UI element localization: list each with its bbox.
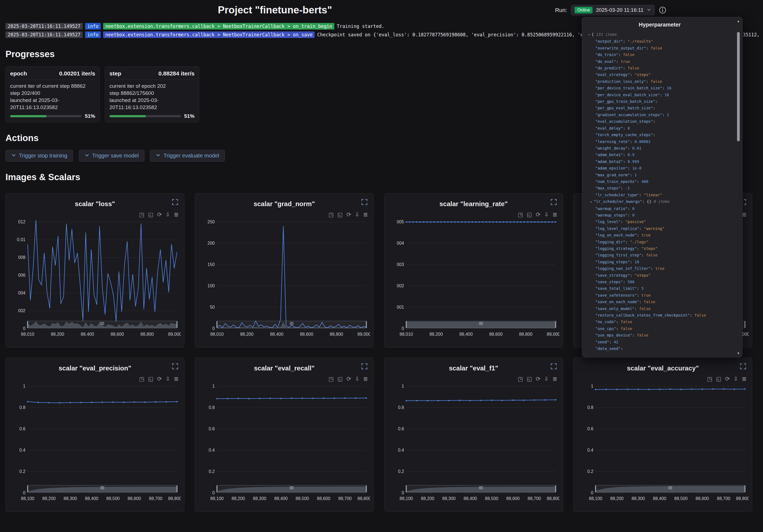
svg-text:002: 002	[397, 284, 404, 288]
data-view-icon[interactable]: ≣	[742, 212, 747, 217]
expand-icon[interactable]	[360, 362, 369, 371]
scrollbar[interactable]: ▲ ▼	[736, 19, 741, 355]
log-module-badge: neetbox.extension.transformers.callback …	[103, 23, 334, 30]
svg-text:200: 200	[207, 241, 215, 245]
area-zoom-icon[interactable]: ◳	[518, 212, 523, 217]
log-timestamp: 2025-03-20T11:16:11.149527	[5, 23, 83, 30]
log-module-badge: neetbox.extension.transformers.callback …	[103, 32, 315, 38]
area-zoom-icon[interactable]: ◳	[328, 376, 334, 382]
scroll-down-icon[interactable]: ▼	[736, 352, 741, 355]
datazoom-handle-left[interactable]	[27, 321, 28, 328]
expand-icon[interactable]	[549, 362, 558, 371]
svg-text:88,300: 88,300	[253, 496, 267, 501]
hp-entry: "eval_strategy": "steps"	[588, 71, 731, 78]
svg-text:88,300: 88,300	[442, 496, 456, 501]
expand-icon[interactable]	[360, 197, 369, 207]
scrollbar-thumb[interactable]	[737, 32, 740, 141]
chevron-down-icon	[11, 152, 16, 159]
restore-icon[interactable]: ⟳	[157, 376, 162, 382]
scroll-up-icon[interactable]: ▲	[736, 19, 741, 23]
zoom-reset-icon[interactable]: ◱	[716, 376, 721, 382]
expand-icon[interactable]	[170, 362, 180, 371]
trigger-save-model-button[interactable]: Trigger save model	[79, 150, 145, 162]
datazoom-handle-right[interactable]	[176, 321, 177, 328]
collapse-caret-icon[interactable]: ▾	[588, 33, 590, 37]
datazoom-handle-left[interactable]	[27, 485, 28, 492]
restore-icon[interactable]: ⟳	[536, 376, 541, 382]
info-icon[interactable]	[659, 6, 667, 14]
expand-icon[interactable]	[170, 197, 180, 207]
area-zoom-icon[interactable]: ◳	[139, 212, 145, 217]
expand-icon[interactable]	[738, 362, 748, 371]
data-view-icon[interactable]: ≣	[552, 212, 557, 217]
progress-detail: current iter of current step 88862	[10, 83, 95, 90]
svg-text:88,700: 88,700	[338, 496, 352, 501]
restore-icon[interactable]: ⟳	[346, 212, 351, 217]
svg-text:88,600: 88,600	[317, 496, 330, 501]
data-view-icon[interactable]: ≣	[742, 376, 747, 382]
collapse-caret-icon[interactable]: ▸	[591, 200, 592, 204]
run-timestamp: 2025-03-20 11:16:11	[596, 7, 643, 13]
datazoom-handle-right[interactable]	[176, 485, 177, 492]
restore-icon[interactable]: ⟳	[157, 212, 162, 217]
zoom-reset-icon[interactable]: ◱	[148, 376, 154, 382]
progress-rate: 0.00201 iter/s	[59, 70, 95, 77]
trigger-evaluate-model-button[interactable]: Trigger evaluate model	[150, 150, 225, 162]
hp-entry: "save_strategy": "steps"	[588, 272, 731, 279]
save-image-icon[interactable]: ⇩	[544, 212, 549, 217]
area-zoom-icon[interactable]: ◳	[518, 376, 523, 382]
zoom-reset-icon[interactable]: ◱	[148, 212, 154, 217]
save-image-icon[interactable]: ⇩	[165, 376, 170, 382]
save-image-icon[interactable]: ⇩	[355, 212, 360, 217]
datazoom-handle-right[interactable]	[744, 485, 745, 492]
run-selector[interactable]: Online 2025-03-20 11:16:11	[571, 5, 655, 15]
data-view-icon[interactable]: ≣	[174, 212, 179, 217]
hyperparameter-title: Hyperparameter	[588, 22, 731, 28]
hp-entry: "output_dir": "./results"	[588, 38, 731, 44]
datazoom-handle-left[interactable]	[216, 321, 217, 328]
datazoom-handle-left[interactable]	[406, 485, 407, 492]
data-view-icon[interactable]: ≣	[174, 376, 179, 382]
restore-icon[interactable]: ⟳	[536, 212, 541, 217]
datazoom-handle-right[interactable]	[744, 321, 745, 328]
chart-card-learning_rate: scalar "learning_rate"◳◱⟳⇩≣0050040030020…	[384, 193, 563, 347]
data-view-icon[interactable]: ≣	[363, 212, 368, 217]
datazoom-handle-left[interactable]	[595, 485, 596, 492]
svg-text:100: 100	[207, 284, 215, 288]
svg-text:88,700: 88,700	[528, 496, 541, 501]
restore-icon[interactable]: ⟳	[725, 376, 730, 382]
hp-entries: "output_dir": "./results""overwrite_outp…	[588, 38, 731, 352]
zoom-reset-icon[interactable]: ◱	[337, 376, 343, 382]
hp-entry: "do_train": false	[588, 51, 731, 58]
save-image-icon[interactable]: ⇩	[165, 212, 170, 217]
chart-card-grad_norm: scalar "grad_norm"◳◱⟳⇩≣25020015010050088…	[195, 193, 374, 347]
datazoom-handle-right[interactable]	[555, 485, 556, 492]
svg-text:88,600: 88,600	[506, 496, 520, 501]
datazoom-handle-right[interactable]	[555, 321, 556, 328]
hp-entry: "adam_epsilon": 1e-8	[588, 165, 731, 171]
data-view-icon[interactable]: ≣	[552, 376, 557, 382]
svg-text:88,400: 88,400	[653, 496, 666, 501]
expand-icon[interactable]	[549, 197, 558, 207]
save-image-icon[interactable]: ⇩	[355, 376, 360, 382]
save-image-icon[interactable]: ⇩	[733, 376, 738, 382]
area-zoom-icon[interactable]: ◳	[328, 212, 334, 217]
save-image-icon[interactable]: ⇩	[544, 376, 549, 382]
datazoom-handle-left[interactable]	[216, 485, 217, 492]
svg-text:0.8: 0.8	[19, 405, 26, 410]
data-view-icon[interactable]: ≣	[363, 376, 368, 382]
restore-icon[interactable]: ⟳	[346, 376, 351, 382]
area-zoom-icon[interactable]: ◳	[707, 376, 712, 382]
zoom-reset-icon[interactable]: ◱	[527, 212, 532, 217]
svg-text:003: 003	[397, 262, 404, 267]
svg-text:88,400: 88,400	[464, 496, 477, 501]
datazoom-handle-right[interactable]	[366, 321, 367, 328]
zoom-reset-icon[interactable]: ◱	[337, 212, 343, 217]
datazoom-handle-right[interactable]	[366, 485, 367, 492]
trigger-stop-training-button[interactable]: Trigger stop training	[5, 150, 73, 162]
zoom-reset-icon[interactable]: ◱	[527, 376, 532, 382]
area-zoom-icon[interactable]: ◳	[139, 376, 145, 382]
datazoom-handle-left[interactable]	[406, 321, 407, 328]
hp-entry: "overwrite_output_dir": false	[588, 45, 731, 51]
hp-entry: "log_level_replica": "warning"	[588, 225, 731, 232]
